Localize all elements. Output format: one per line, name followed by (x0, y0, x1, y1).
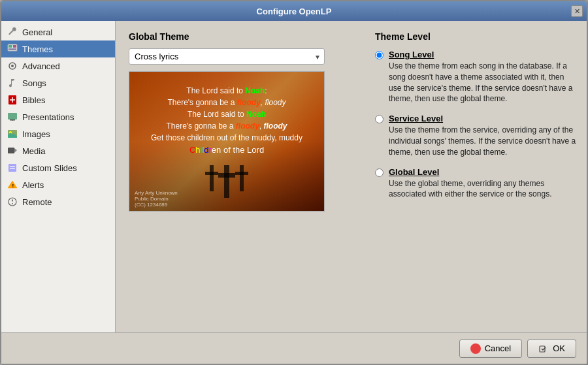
alerts-icon: ! (7, 179, 18, 191)
ok-icon (538, 343, 549, 354)
svg-point-23 (472, 345, 479, 352)
dialog-title: Configure OpenLP (257, 7, 332, 16)
dialog-body: General Themes (1, 21, 587, 332)
radio-label-global-level[interactable]: Global Level (389, 167, 576, 177)
sidebar-item-advanced[interactable]: Advanced (1, 57, 115, 74)
main-content: Global Theme Cross lyrics Default Blue T… (116, 21, 365, 332)
presentations-icon (7, 111, 18, 123)
svg-rect-16 (8, 164, 16, 172)
svg-point-5 (11, 65, 14, 67)
sidebar-label-advanced: Advanced (22, 61, 60, 71)
radio-service-level[interactable] (375, 115, 384, 123)
svg-rect-2 (13, 45, 16, 48)
preview-lyrics: The Lord said to Noah: There's gonna be … (129, 85, 324, 157)
lyric-line-6: Children of the Lord (129, 144, 324, 157)
radio-desc-song-level: Use the theme from each song in the data… (389, 61, 576, 104)
radio-label-group-song: Song Level Use the theme from each song … (389, 50, 576, 104)
svg-text:!: ! (12, 183, 14, 189)
dialog-footer: Cancel OK (1, 332, 587, 364)
radio-desc-global-level: Use the global theme, overriding any the… (389, 178, 576, 200)
sidebar-item-general[interactable]: General (1, 24, 115, 40)
cancel-icon (470, 343, 481, 354)
images-icon (7, 128, 18, 140)
sidebar-label-alerts: Alerts (22, 180, 44, 190)
sidebar-item-bibles[interactable]: Bibles (1, 91, 115, 108)
radio-global-level[interactable] (375, 168, 384, 177)
theme-preview: The Lord said to Noah: There's gonna be … (129, 71, 325, 212)
svg-rect-14 (8, 148, 14, 153)
svg-rect-9 (8, 113, 17, 119)
remote-icon (7, 196, 18, 208)
sidebar-label-songs: Songs (22, 78, 46, 88)
sidebar-label-themes: Themes (22, 44, 53, 54)
sidebar-item-songs[interactable]: Songs (1, 74, 115, 91)
bibles-icon (7, 94, 18, 106)
cancel-button[interactable]: Cancel (459, 340, 522, 358)
svg-rect-11 (12, 119, 13, 121)
theme-select-wrapper: Cross lyrics Default Blue Theme Dark The… (129, 48, 325, 65)
cancel-label: Cancel (485, 343, 511, 353)
lyric-line-4: There's gonna be a floody, floody (129, 120, 324, 132)
cross-center (224, 165, 229, 198)
svg-rect-3 (8, 48, 16, 50)
radio-label-service-level[interactable]: Service Level (389, 114, 576, 123)
preview-credits: Arty Arty Unknown Public Domain (CC) 123… (135, 190, 178, 208)
sidebar-item-remote[interactable]: Remote (1, 193, 115, 210)
svg-point-22 (12, 203, 13, 204)
radio-item-song-level: Song Level Use the theme from each song … (375, 50, 576, 104)
radio-label-song-level[interactable]: Song Level (389, 50, 576, 59)
theme-level-title: Theme Level (375, 31, 576, 42)
custom-slides-icon (7, 162, 18, 174)
sidebar-item-custom-slides[interactable]: Custom Slides (1, 159, 115, 176)
radio-song-level[interactable] (375, 51, 384, 59)
media-icon (7, 145, 18, 157)
lyric-line-1: The Lord said to Noah: (129, 85, 324, 97)
sidebar-item-themes[interactable]: Themes (1, 40, 115, 57)
sidebar-label-general: General (22, 27, 52, 37)
radio-label-group-service: Service Level Use the theme from the ser… (389, 114, 576, 157)
wrench-icon (7, 26, 18, 38)
sidebar-label-presentations: Presentations (22, 112, 74, 122)
sidebar-label-images: Images (22, 129, 50, 139)
sidebar-item-images[interactable]: Images (1, 125, 115, 142)
radio-desc-service-level: Use the theme from the service, overridi… (389, 125, 576, 157)
cross-right (240, 165, 244, 198)
sidebar-item-presentations[interactable]: Presentations (1, 108, 115, 125)
global-theme-title: Global Theme (129, 31, 351, 42)
ok-label: OK (553, 343, 565, 353)
sidebar-label-media: Media (22, 146, 45, 156)
close-button[interactable]: ✕ (571, 5, 583, 17)
lyric-line-5: Get those children out of the muddy, mud… (129, 132, 324, 144)
sidebar-item-alerts[interactable]: ! Alerts (1, 176, 115, 193)
sidebar: General Themes (1, 21, 116, 332)
lyric-line-2: There's gonna be a floody, floody (129, 97, 324, 108)
sidebar-label-remote: Remote (22, 197, 52, 207)
theme-select[interactable]: Cross lyrics Default Blue Theme Dark The… (129, 48, 325, 65)
svg-rect-1 (8, 45, 12, 48)
themes-icon (7, 43, 18, 55)
cross-left (210, 165, 214, 198)
global-theme-row: Cross lyrics Default Blue Theme Dark The… (129, 48, 351, 65)
lyric-line-3: The Lord said to Noah (129, 108, 324, 120)
sidebar-label-bibles: Bibles (22, 95, 45, 105)
crosses (210, 165, 244, 198)
svg-marker-15 (14, 148, 17, 153)
sidebar-label-custom-slides: Custom Slides (22, 163, 77, 173)
ok-button[interactable]: OK (527, 340, 576, 358)
advanced-icon (7, 60, 18, 72)
radio-label-group-global: Global Level Use the global theme, overr… (389, 167, 576, 200)
sidebar-item-media[interactable]: Media (1, 142, 115, 159)
titlebar: Configure OpenLP ✕ (1, 1, 587, 21)
radio-item-global-level: Global Level Use the global theme, overr… (375, 167, 576, 200)
radio-group: Song Level Use the theme from each song … (375, 50, 576, 200)
configure-openlp-dialog: Configure OpenLP ✕ General (0, 0, 588, 365)
radio-item-service-level: Service Level Use the theme from the ser… (375, 114, 576, 157)
right-panel: Theme Level Song Level Use the theme fro… (365, 21, 587, 332)
songs-icon (7, 77, 18, 89)
